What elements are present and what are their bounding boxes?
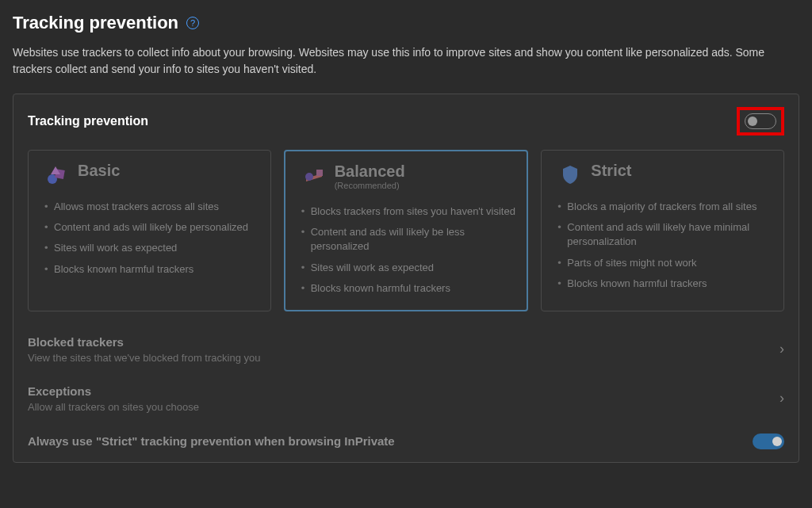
shapes-icon: [46, 163, 68, 185]
svg-point-4: [305, 173, 313, 181]
tracking-prevention-label: Tracking prevention: [28, 114, 148, 128]
page-title: Tracking prevention: [13, 13, 178, 33]
feature-item: Sites will work as expected: [297, 258, 516, 278]
level-card-balanced[interactable]: Balanced (Recommended) Blocks trackers f…: [284, 150, 529, 311]
feature-item: Allows most trackers across all sites: [40, 197, 259, 217]
tracking-description: Websites use trackers to collect info ab…: [13, 44, 774, 78]
tracking-prevention-toggle[interactable]: [745, 113, 776, 129]
shield-icon: [559, 163, 581, 185]
section-info: Exceptions Allow all trackers on sites y…: [28, 384, 199, 413]
exceptions-desc: Allow all trackers on sites you choose: [28, 401, 199, 413]
level-cards-container: Basic Allows most trackers across all si…: [28, 150, 784, 311]
inprivate-strict-row: Always use "Strict" tracking prevention …: [28, 427, 784, 449]
balanced-subtitle: (Recommended): [335, 181, 405, 190]
level-card-basic[interactable]: Basic Allows most trackers across all si…: [28, 150, 271, 311]
strict-features: Blocks a majority of trackers from all s…: [548, 197, 772, 294]
chevron-right-icon: ›: [779, 390, 784, 407]
feature-item: Content and ads will likely have minimal…: [553, 217, 772, 252]
exceptions-title: Exceptions: [28, 384, 199, 398]
balanced-features: Blocks trackers from sites you haven't v…: [292, 201, 516, 299]
panel-header: Tracking prevention: [28, 107, 784, 136]
exceptions-row[interactable]: Exceptions Allow all trackers on sites y…: [28, 378, 784, 419]
blocked-trackers-row[interactable]: Blocked trackers View the sites that we'…: [28, 329, 784, 370]
chevron-right-icon: ›: [779, 341, 784, 357]
feature-item: Content and ads will likely be personali…: [40, 217, 259, 238]
blocked-trackers-desc: View the sites that we've blocked from t…: [28, 352, 260, 364]
basic-title: Basic: [78, 162, 120, 180]
feature-item: Blocks known harmful trackers: [553, 273, 772, 294]
tracking-settings-panel: Tracking prevention Basic Allows most tr…: [13, 94, 799, 463]
feature-item: Parts of sites might not work: [553, 253, 772, 273]
balanced-title: Balanced: [335, 162, 405, 181]
feature-item: Blocks known harmful trackers: [297, 278, 516, 299]
inprivate-strict-label: Always use "Strict" tracking prevention …: [28, 434, 395, 448]
inprivate-strict-toggle[interactable]: [753, 434, 784, 449]
feature-item: Blocks a majority of trackers from all s…: [553, 197, 772, 217]
toggle-knob: [748, 116, 757, 126]
card-header: Basic: [35, 162, 259, 185]
feature-item: Sites will work as expected: [40, 238, 259, 258]
toggle-knob: [772, 437, 782, 446]
help-icon[interactable]: ?: [186, 17, 199, 29]
level-card-strict[interactable]: Strict Blocks a majority of trackers fro…: [541, 150, 784, 311]
blocked-trackers-title: Blocked trackers: [28, 335, 260, 349]
card-header: Strict: [548, 162, 772, 185]
balance-icon: [303, 164, 325, 186]
toggle-highlight-box: [737, 107, 784, 136]
feature-item: Blocks trackers from sites you haven't v…: [297, 201, 516, 222]
section-info: Blocked trackers View the sites that we'…: [28, 335, 260, 364]
strict-title: Strict: [591, 162, 631, 180]
feature-item: Blocks known harmful trackers: [40, 259, 259, 280]
page-header: Tracking prevention ?: [13, 13, 799, 33]
basic-features: Allows most trackers across all sites Co…: [35, 197, 259, 280]
card-header: Balanced (Recommended): [292, 162, 516, 190]
svg-rect-5: [316, 170, 323, 176]
feature-item: Content and ads will likely be less pers…: [297, 222, 516, 257]
